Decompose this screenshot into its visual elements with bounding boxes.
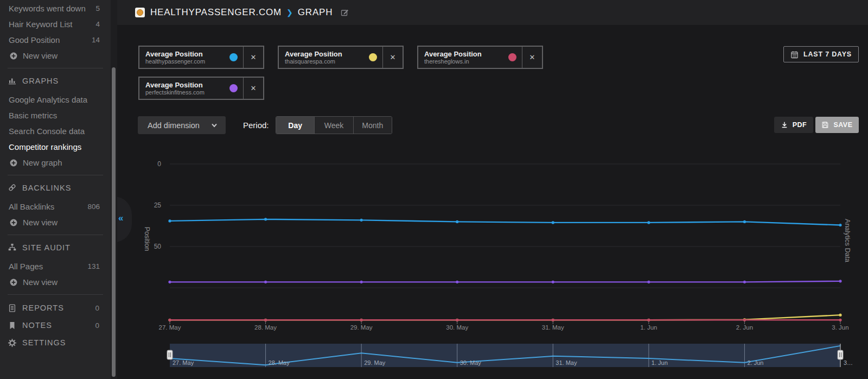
sidebar-item-basic-metrics[interactable]: Basic metrics — [0, 108, 111, 123]
sidebar-item-new-graph[interactable]: New graph — [0, 155, 111, 170]
x-axis-label: 28. May — [254, 324, 277, 331]
data-point — [743, 319, 746, 321]
sidebar-section-label: BACKLINKS — [22, 184, 71, 192]
data-point — [456, 281, 458, 283]
sidebar-divider — [8, 294, 103, 295]
sidebar-item-label: All Backlinks — [9, 202, 54, 211]
data-point — [360, 219, 363, 222]
sidebar-item-new-view[interactable]: New view — [0, 214, 111, 230]
sidebar-item-label: New view — [23, 218, 58, 227]
x-axis-label: 2. Jun — [736, 324, 753, 331]
data-point — [360, 281, 363, 283]
sidebar-section-label: SITE AUDIT — [22, 243, 71, 252]
plus-circle-icon — [9, 218, 18, 227]
navigator-handle-right[interactable] — [838, 350, 843, 359]
x-axis-label: 30. May — [446, 324, 468, 331]
navigator-handle-left[interactable] — [167, 350, 173, 359]
sidebar-item-label: SETTINGS — [22, 338, 66, 347]
pdf-export-button[interactable]: PDF — [774, 117, 813, 133]
sidebar-item-all-backlinks[interactable]: All Backlinks806 — [0, 199, 111, 214]
metric-card-text: Average Positionthaisquarespa.com — [285, 50, 365, 65]
sidebar-section-graphs[interactable]: GRAPHS — [0, 73, 111, 89]
sidebar-item-keywords-went-down[interactable]: Keywords went down5 — [0, 1, 111, 16]
y-axis-title-right: Analytics Data — [844, 219, 851, 262]
data-point — [839, 224, 841, 226]
remove-metric-button[interactable]: ✕ — [243, 78, 263, 99]
sidebar-item-all-pages[interactable]: All Pages131 — [0, 258, 111, 274]
rankings-chart: 0255027. May28. May29. May30. May31. May… — [136, 155, 863, 334]
bookmark-icon — [8, 321, 17, 330]
add-dimension-button[interactable]: Add dimension — [138, 116, 226, 134]
download-icon — [781, 121, 788, 129]
sidebar-divider — [8, 68, 103, 68]
sidebar-section-backlinks[interactable]: BACKLINKS — [0, 180, 111, 195]
metric-card-perfectskinfitness-com: Average Positionperfectskinfitness.com✕ — [138, 77, 264, 100]
data-point — [168, 319, 171, 321]
x-axis-label: 1. Jun — [640, 324, 657, 331]
metric-cards: Average Positionhealthypassenger.com✕Ave… — [138, 46, 556, 100]
sidebar-section-site-audit[interactable]: SITE AUDIT — [0, 239, 111, 255]
data-point — [264, 218, 267, 220]
sidebar-item-google-analytics-data[interactable]: Google Analytics data — [0, 92, 111, 108]
metric-title: Average Position — [424, 50, 504, 58]
remove-metric-button[interactable]: ✕ — [522, 47, 542, 68]
breadcrumb: HEALTHYPASSENGER.COM ❯ GRAPH — [135, 0, 349, 25]
sidebar-item-hair-keyword-list[interactable]: Hair Keyword List4 — [0, 16, 111, 32]
sidebar-item-new-view[interactable]: New view — [0, 48, 111, 64]
navigator-date-label: 31. May — [556, 359, 577, 366]
sidebar-item-label: NOTES — [22, 321, 52, 330]
metric-card-text: Average Positionhealthypassenger.com — [145, 50, 225, 65]
y-axis-tick-label: 25 — [154, 201, 162, 209]
gear-icon — [8, 338, 17, 348]
breadcrumb-site[interactable]: HEALTHYPASSENGER.COM — [150, 7, 282, 18]
sidebar-item-reports[interactable]: REPORTS0 — [0, 299, 111, 317]
date-range-button[interactable]: LAST 7 DAYS — [783, 46, 859, 62]
plus-circle-icon — [9, 51, 18, 60]
sidebar-item-good-position[interactable]: Good Position14 — [0, 32, 111, 48]
remove-metric-button[interactable]: ✕ — [243, 47, 263, 68]
metric-title: Average Position — [145, 50, 225, 58]
data-point — [552, 281, 554, 283]
link-icon — [8, 183, 17, 192]
series-color-dot — [508, 53, 516, 61]
period-button-week[interactable]: Week — [314, 117, 353, 134]
series-color-dot — [229, 84, 238, 92]
sidebar-item-label: Hair Keyword List — [9, 20, 73, 29]
sidebar-item-label: Keywords went down — [9, 4, 86, 13]
sidebar-scrollbar[interactable] — [112, 67, 116, 377]
period-button-month[interactable]: Month — [353, 117, 392, 134]
data-point — [552, 319, 554, 321]
data-point — [839, 314, 841, 317]
sidebar-item-label: Google Analytics data — [9, 95, 87, 104]
series-color-dot — [229, 53, 238, 61]
data-point — [264, 319, 267, 321]
data-point — [264, 281, 267, 283]
bar-chart-icon — [8, 76, 17, 85]
metric-card-theresheglows-in: Average Positiontheresheglows.in✕ — [417, 46, 543, 69]
plus-circle-icon — [9, 158, 18, 167]
topbar: HEALTHYPASSENGER.COM ❯ GRAPH — [111, 0, 868, 25]
sidebar-item-notes[interactable]: NOTES0 — [0, 317, 111, 334]
remove-metric-button[interactable]: ✕ — [382, 47, 403, 68]
period-button-day[interactable]: Day — [276, 117, 314, 134]
navigator-date-label: 1. Jun — [652, 359, 668, 366]
x-axis-label: 29. May — [350, 324, 373, 331]
sidebar: Keywords went down5Hair Keyword List4Goo… — [0, 0, 111, 379]
sidebar-item-competitor-rankings[interactable]: Competitor rankings — [0, 139, 111, 155]
site-favicon — [135, 8, 145, 17]
navigator-date-label: 30. May — [460, 359, 482, 366]
edit-graph-name-icon[interactable] — [340, 8, 349, 17]
sidebar-item-settings[interactable]: SETTINGS — [0, 334, 111, 351]
data-point — [360, 319, 363, 321]
sidebar-item-count: 4 — [95, 20, 100, 28]
plus-circle-icon — [9, 277, 18, 287]
sidebar-item-new-view[interactable]: New view — [0, 274, 111, 290]
sidebar-item-label: REPORTS — [22, 304, 64, 312]
sidebar-item-label: New graph — [23, 158, 62, 167]
save-label: SAVE — [833, 121, 852, 129]
data-point — [168, 219, 171, 222]
calendar-icon — [790, 50, 799, 59]
sidebar-item-label: Search Console data — [9, 127, 85, 136]
save-button[interactable]: SAVE — [815, 117, 859, 133]
sidebar-item-search-console-data[interactable]: Search Console data — [0, 123, 111, 139]
